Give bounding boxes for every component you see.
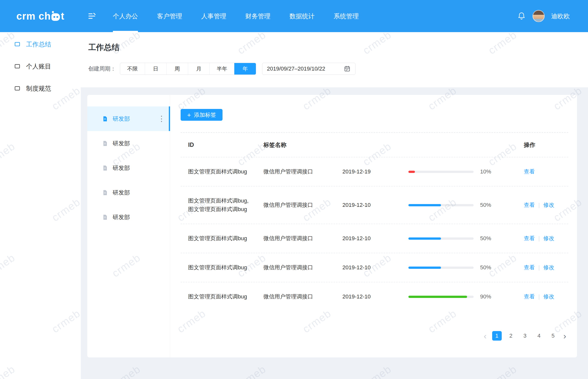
cell-tag-name: 微信用户管理调接口 xyxy=(263,235,342,242)
view-link[interactable]: 查看 xyxy=(524,264,535,271)
sidebar-item-label: 工作总结 xyxy=(26,40,51,48)
period-month[interactable]: 月 xyxy=(188,63,209,75)
page-3[interactable]: 3 xyxy=(520,331,530,341)
cell-tag-name: 微信用户管理调接口 xyxy=(263,264,342,271)
page-2[interactable]: 2 xyxy=(506,331,516,341)
logo-robot-icon xyxy=(51,13,60,21)
nav-item-data-stats[interactable]: 数据统计 xyxy=(289,0,315,32)
edit-link[interactable]: 修改 xyxy=(543,235,554,242)
header-id: ID xyxy=(181,141,263,149)
cell-actions: 查看 | 修改 xyxy=(524,235,568,242)
date-range-value: 2019/09/27–2019/10/22 xyxy=(267,66,325,72)
progress-percent: 10% xyxy=(480,168,491,175)
progress-percent: 50% xyxy=(480,235,491,242)
table-row: 图文管理页面样式调bug 微信用户管理调接口 2019-12-10 50% 查看… xyxy=(181,224,568,253)
main: 工作总结 创建周期： 不限 日 周 月 半年 年 2019/09/27–2019… xyxy=(81,32,588,379)
cell-date: 2019-12-10 xyxy=(342,202,408,208)
period-half-year[interactable]: 半年 xyxy=(209,63,234,75)
square-icon xyxy=(14,41,21,47)
nav-item-finance-mgmt[interactable]: 财务管理 xyxy=(245,0,270,32)
date-range-picker[interactable]: 2019/09/27–2019/10/22 xyxy=(262,63,355,75)
action-separator: | xyxy=(538,293,540,300)
username[interactable]: 迪欧欧 xyxy=(551,12,570,20)
square-icon xyxy=(14,85,21,92)
cell-actions: 查看 | 修改 xyxy=(524,293,568,300)
document-icon xyxy=(102,214,108,220)
top-header: crm ch t 个人办公 客户管理 人事管理 财务管理 数据统计 系统管理 迪… xyxy=(0,0,588,32)
logo-text-right: t xyxy=(61,11,64,22)
department-item[interactable]: 研发部 xyxy=(87,156,170,180)
add-tag-button[interactable]: + 添加标签 xyxy=(181,109,223,121)
period-segmented-control: 不限 日 周 月 半年 年 xyxy=(120,63,256,75)
more-options-icon[interactable]: ⋮ xyxy=(158,115,165,122)
view-link[interactable]: 查看 xyxy=(524,201,535,209)
progress-percent: 90% xyxy=(480,293,491,300)
table-row: 图文管理页面样式调bug, 图文管理页面样式调bug 微信用户管理调接口 201… xyxy=(181,186,568,224)
cell-date: 2019-12-10 xyxy=(342,235,408,242)
header-action: 操作 xyxy=(524,141,568,149)
prev-page-icon[interactable]: ‹ xyxy=(483,332,487,340)
cell-tag-name: 微信用户管理调接口 xyxy=(263,201,342,209)
period-unlimited[interactable]: 不限 xyxy=(120,63,145,75)
cell-date: 2019-12-19 xyxy=(342,168,408,175)
logo: crm ch t xyxy=(0,11,81,22)
page-head: 工作总结 创建周期： 不限 日 周 月 半年 年 2019/09/27–2019… xyxy=(81,32,588,87)
cell-progress: 50% xyxy=(408,235,524,242)
document-icon xyxy=(102,165,108,171)
menu-collapse-icon[interactable] xyxy=(87,11,97,21)
sidebar-item-work-summary[interactable]: 工作总结 xyxy=(0,33,81,55)
cell-id: 图文管理页面样式调bug xyxy=(181,234,263,243)
period-day[interactable]: 日 xyxy=(145,63,166,75)
department-label: 研发部 xyxy=(113,140,130,147)
sidebar-item-label: 制度规范 xyxy=(26,84,51,93)
nav-item-hr-mgmt[interactable]: 人事管理 xyxy=(201,0,226,32)
department-label: 研发部 xyxy=(113,189,130,197)
edit-link[interactable]: 修改 xyxy=(543,201,554,209)
view-link[interactable]: 查看 xyxy=(524,293,535,300)
cell-tag-name: 微信用户管理调接口 xyxy=(263,293,342,300)
period-year[interactable]: 年 xyxy=(234,63,256,75)
progress-bar xyxy=(408,237,474,240)
cell-actions: 查看 xyxy=(524,168,568,175)
action-separator: | xyxy=(538,264,540,271)
edit-link[interactable]: 修改 xyxy=(543,264,554,271)
progress-percent: 50% xyxy=(480,202,491,208)
cell-id: 图文管理页面样式调bug, 图文管理页面样式调bug xyxy=(181,197,263,214)
page-5[interactable]: 5 xyxy=(548,331,558,341)
cell-id: 图文管理页面样式调bug xyxy=(181,292,263,301)
pagination: ‹ 1 2 3 4 5 › xyxy=(181,331,568,341)
nav-item-personal-office[interactable]: 个人办公 xyxy=(113,0,138,32)
cell-progress: 50% xyxy=(408,264,524,271)
action-separator: | xyxy=(538,235,540,242)
period-week[interactable]: 周 xyxy=(166,63,188,75)
department-item[interactable]: 研发部 ⋮ xyxy=(87,106,170,131)
sidebar-item-rules[interactable]: 制度规范 xyxy=(0,77,81,99)
progress-bar xyxy=(408,267,474,269)
page-4[interactable]: 4 xyxy=(534,331,544,341)
tag-content: + 添加标签 ID 标签名称 操作 图文管理页面样式调bug 微信用户管理调接口… xyxy=(170,95,577,357)
cell-progress: 10% xyxy=(408,168,524,175)
plus-icon: + xyxy=(187,112,191,118)
bell-icon[interactable] xyxy=(517,12,526,21)
cell-id: 图文管理页面样式调bug xyxy=(181,167,263,176)
department-item[interactable]: 研发部 xyxy=(87,205,170,229)
header-right: 迪欧欧 xyxy=(517,10,588,22)
cell-progress: 90% xyxy=(408,293,524,300)
next-page-icon[interactable]: › xyxy=(562,332,567,340)
progress-bar xyxy=(408,204,474,206)
action-separator: | xyxy=(538,202,540,208)
avatar[interactable] xyxy=(533,10,545,22)
sidebar-item-personal-account[interactable]: 个人账目 xyxy=(0,55,81,77)
edit-link[interactable]: 修改 xyxy=(543,293,554,300)
department-item[interactable]: 研发部 xyxy=(87,131,170,156)
department-label: 研发部 xyxy=(113,164,130,172)
page-1[interactable]: 1 xyxy=(492,331,502,341)
logo-text-left: crm ch xyxy=(16,11,51,22)
view-link[interactable]: 查看 xyxy=(524,168,535,175)
department-item[interactable]: 研发部 xyxy=(87,180,170,205)
nav-item-customer-mgmt[interactable]: 客户管理 xyxy=(157,0,182,32)
table-header: ID 标签名称 操作 xyxy=(181,132,568,157)
nav-item-system-mgmt[interactable]: 系统管理 xyxy=(334,0,359,32)
table-row: 图文管理页面样式调bug 微信用户管理调接口 2019-12-10 90% 查看… xyxy=(181,282,568,311)
view-link[interactable]: 查看 xyxy=(524,235,535,242)
